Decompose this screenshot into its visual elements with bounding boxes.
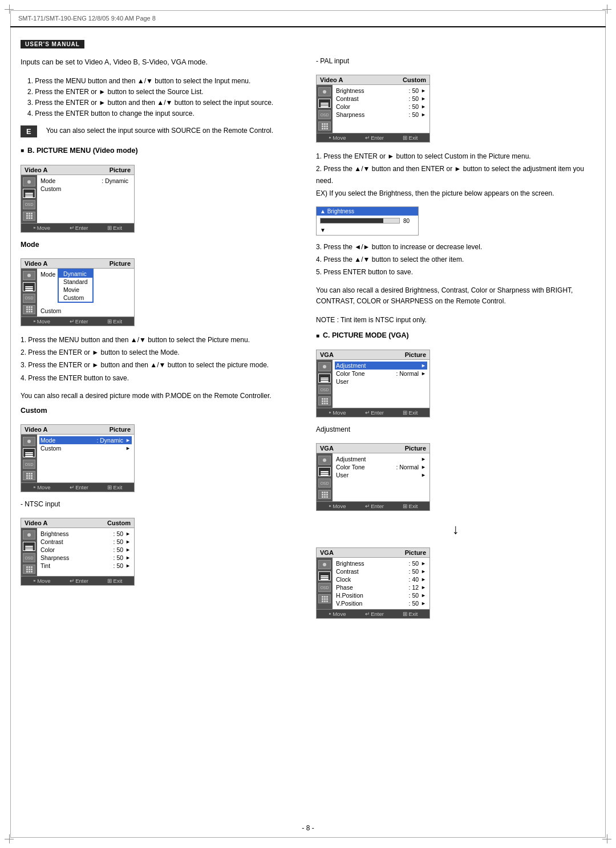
icon-osd7: OSD	[318, 478, 331, 488]
osd-ntsc-sharpness: Sharpness : 50 ►	[40, 554, 131, 562]
note-e-row: E You can also select the input source w…	[21, 125, 300, 137]
osd-vga3-hposition: H.Position : 50 ►	[336, 591, 426, 599]
osd-vga3-brightness: Brightness : 50 ►	[336, 559, 426, 567]
step-c1: 1. Press the ENTER or ► button to select…	[316, 151, 595, 162]
icon-grid	[23, 212, 35, 221]
icon-ccd5	[318, 87, 331, 96]
osd-vga2: VGA Picture OSD Adjustment	[316, 443, 430, 511]
osd-vga1-main: Adjustment ► Color Tone : Normal ► User	[333, 360, 429, 408]
osd-mode-footer: ⁍ Move ↵ Enter ⊞ Exit	[21, 317, 134, 326]
input-step-1: 1. Press the MENU button and then ▲/▼ bu…	[21, 76, 300, 87]
step-b1: 1. Press the MENU button and then ▲/▼ bu…	[21, 334, 300, 346]
section-c-header: C. PICTURE MODE (VGA)	[316, 331, 595, 339]
intro-text: Inputs can be set to Video A, Video B, S…	[21, 57, 300, 68]
osd-vga1-colortone: Color Tone : Normal ►	[336, 370, 426, 378]
icon-ccd4	[23, 530, 35, 539]
osd-mode-row-custom: Custom	[40, 307, 131, 315]
osd-ntsc-brightness: Brightness : 50 ►	[40, 530, 131, 538]
arrow-down: ↓	[316, 521, 595, 537]
brightness-bar-bg	[320, 218, 400, 224]
osd-ntsc-title: Video A Custom	[21, 518, 134, 528]
osd-vga1-enter: ↵ Enter	[365, 409, 384, 416]
icon-active	[23, 189, 35, 198]
input-step-4: 4. Press the ENTER button to change the …	[21, 108, 300, 119]
osd-mode-move: ⁍ Move	[33, 318, 50, 324]
osd-vga1: VGA Picture OSD Adjustment	[316, 350, 430, 417]
osd-vga2-footer: ⁍ Move ↵ Enter ⊞ Exit	[317, 501, 429, 510]
osd-b1-exit: ⊞ Exit	[107, 225, 122, 231]
osd-vga3-move: ⁍ Move	[329, 611, 346, 617]
step-c2: 2. Press the ▲/▼ button and then ENTER o…	[316, 163, 595, 186]
osd-b1: Video A Picture OSD Mode	[21, 165, 135, 233]
steps-d-list: 3. Press the ◄/► button to increase or d…	[316, 241, 595, 279]
icon-grid3	[23, 471, 35, 480]
osd-custom-title: Video A Picture	[21, 425, 134, 435]
icon-ccd2	[23, 271, 35, 280]
osd-mode-main: Mode Dynamic Standard Movie Custom Custo…	[37, 269, 134, 317]
dropdown-dynamic: Dynamic	[59, 270, 92, 278]
osd-b1-footer: ⁍ Move ↵ Enter ⊞ Exit	[21, 223, 134, 232]
ntsc-label: - NTSC input	[21, 500, 300, 508]
icon-ccd	[23, 177, 35, 186]
osd-vga3-exit: ⊞ Exit	[403, 611, 418, 617]
osd-vga1-footer: ⁍ Move ↵ Enter ⊞ Exit	[317, 408, 429, 417]
input-step-3: 3. Press the ENTER or ► button and then …	[21, 98, 300, 108]
step-b3: 3. Press the ENTER or ► button and then …	[21, 359, 300, 371]
icon-active8	[318, 571, 331, 581]
osd-ntsc-color: Color : 50 ►	[40, 546, 131, 554]
osd-ntsc-exit: ⊞ Exit	[107, 578, 122, 584]
osd-b1-row-custom: Custom	[40, 185, 131, 193]
osd-vga3-contrast: Contrast : 50 ►	[336, 567, 426, 575]
osd-pal-color: Color : 50 ►	[336, 103, 426, 111]
osd-mode-row-mode: Mode Dynamic Standard Movie Custom	[40, 270, 131, 278]
osd-ntsc-tint: Tint : 50 ►	[40, 562, 131, 570]
input-step-2: 2. Press the ENTER or ► button to select…	[21, 87, 300, 98]
osd-vga2-colortone: Color Tone : Normal ►	[336, 463, 426, 471]
icon-osd5: OSD	[318, 110, 331, 119]
osd-vga3-icons: OSD	[317, 558, 333, 609]
icon-active7	[318, 467, 331, 476]
osd-pal-move: ⁍ Move	[329, 135, 346, 141]
osd-ntsc: Video A Custom OSD Brightness	[21, 518, 135, 586]
note-e-text: You can also select the input source wit…	[46, 125, 273, 136]
osd-pal-brightness: Brightness : 50 ►	[336, 87, 426, 95]
page-number: - 8 -	[302, 824, 314, 832]
osd-b1-row-mode: Mode : Dynamic	[40, 177, 131, 185]
icon-active3	[23, 448, 35, 457]
osd-b1-main: Mode : Dynamic Custom	[37, 175, 134, 223]
osd-vga3-enter: ↵ Enter	[365, 611, 384, 617]
osd-b1-icons: OSD	[21, 175, 37, 223]
icon-ccd3	[23, 437, 35, 446]
osd-b1-wrap: Video A Picture OSD Mode	[21, 165, 300, 233]
osd-custom-move: ⁍ Move	[33, 484, 51, 490]
osd-vga2-wrap: VGA Picture OSD Adjustment	[316, 443, 595, 511]
left-column: Inputs can be set to Video A, Video B, S…	[21, 57, 300, 827]
osd-vga3-clock: Clock : 40 ►	[336, 575, 426, 583]
header-bar: SMT-171/SMT-190-ENG 12/8/05 9:40 AM Page…	[10, 10, 606, 27]
osd-mode: Video A Picture OSD Mode	[21, 258, 135, 326]
osd-pal-contrast: Contrast : 50 ►	[336, 95, 426, 103]
icon-grid4	[23, 565, 35, 574]
osd-vga2-move: ⁍ Move	[329, 503, 346, 509]
osd-vga1-adjustment: Adjustment ►	[335, 362, 427, 370]
osd-custom: Video A Picture OSD Mode	[21, 424, 135, 492]
steps-c-list: 1. Press the ENTER or ► button to select…	[316, 151, 595, 201]
icon-ccd7	[318, 456, 331, 465]
input-steps-list: 1. Press the MENU button and then ▲/▼ bu…	[21, 76, 300, 120]
brightness-slider-row: 80	[317, 216, 418, 226]
icon-active2	[23, 282, 35, 291]
user-manual-badge: USER'S MANUAL	[21, 40, 84, 48]
osd-mode-exit: ⊞ Exit	[107, 318, 122, 324]
osd-custom-footer: ⁍ Move ↵ Enter ⊞ Exit	[21, 482, 134, 492]
icon-osd8: OSD	[318, 583, 331, 592]
osd-pal-sidebar: OSD Brightness : 50 ► Contrast	[317, 85, 429, 133]
adjustment-label: Adjustment	[316, 425, 595, 433]
icon-active5	[318, 99, 331, 108]
osd-mode-wrap: Video A Picture OSD Mode	[21, 258, 300, 326]
osd-mode-title: Video A Picture	[21, 259, 134, 269]
note-d: You can also recall a desired Brightness…	[316, 285, 595, 307]
note-ntsc: NOTE : Tint item is NTSC input only.	[316, 315, 595, 326]
icon-grid6	[318, 396, 331, 405]
osd-vga3-footer: ⁍ Move ↵ Enter ⊞ Exit	[317, 609, 429, 618]
osd-custom-sidebar: OSD Mode : Dynamic ► Custom	[21, 435, 134, 482]
